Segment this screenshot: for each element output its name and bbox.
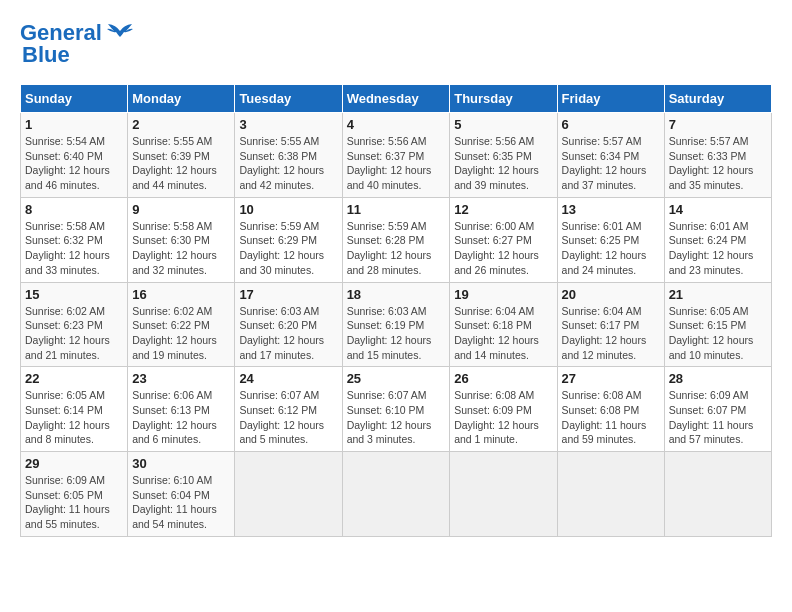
day-number: 3 — [239, 117, 337, 132]
day-info: Sunrise: 6:02 AM Sunset: 6:22 PM Dayligh… — [132, 304, 230, 363]
calendar-day-cell — [450, 452, 557, 537]
calendar-day-cell — [342, 452, 450, 537]
day-number: 15 — [25, 287, 123, 302]
calendar-day-cell: 21 Sunrise: 6:05 AM Sunset: 6:15 PM Dayl… — [664, 282, 771, 367]
calendar-day-cell — [235, 452, 342, 537]
day-number: 21 — [669, 287, 767, 302]
day-info: Sunrise: 5:55 AM Sunset: 6:39 PM Dayligh… — [132, 134, 230, 193]
day-info: Sunrise: 5:56 AM Sunset: 6:35 PM Dayligh… — [454, 134, 552, 193]
calendar-day-cell: 26 Sunrise: 6:08 AM Sunset: 6:09 PM Dayl… — [450, 367, 557, 452]
calendar-day-cell: 7 Sunrise: 5:57 AM Sunset: 6:33 PM Dayli… — [664, 113, 771, 198]
calendar-day-cell: 16 Sunrise: 6:02 AM Sunset: 6:22 PM Dayl… — [128, 282, 235, 367]
day-info: Sunrise: 6:03 AM Sunset: 6:20 PM Dayligh… — [239, 304, 337, 363]
day-info: Sunrise: 5:57 AM Sunset: 6:34 PM Dayligh… — [562, 134, 660, 193]
calendar-day-cell: 4 Sunrise: 5:56 AM Sunset: 6:37 PM Dayli… — [342, 113, 450, 198]
calendar-day-cell: 14 Sunrise: 6:01 AM Sunset: 6:24 PM Dayl… — [664, 197, 771, 282]
day-number: 9 — [132, 202, 230, 217]
day-info: Sunrise: 5:55 AM Sunset: 6:38 PM Dayligh… — [239, 134, 337, 193]
day-info: Sunrise: 6:05 AM Sunset: 6:15 PM Dayligh… — [669, 304, 767, 363]
day-info: Sunrise: 5:58 AM Sunset: 6:30 PM Dayligh… — [132, 219, 230, 278]
calendar-day-cell: 2 Sunrise: 5:55 AM Sunset: 6:39 PM Dayli… — [128, 113, 235, 198]
calendar-day-cell: 9 Sunrise: 5:58 AM Sunset: 6:30 PM Dayli… — [128, 197, 235, 282]
day-number: 11 — [347, 202, 446, 217]
day-info: Sunrise: 5:58 AM Sunset: 6:32 PM Dayligh… — [25, 219, 123, 278]
day-info: Sunrise: 5:59 AM Sunset: 6:29 PM Dayligh… — [239, 219, 337, 278]
calendar-day-cell: 1 Sunrise: 5:54 AM Sunset: 6:40 PM Dayli… — [21, 113, 128, 198]
calendar-week-row: 1 Sunrise: 5:54 AM Sunset: 6:40 PM Dayli… — [21, 113, 772, 198]
day-number: 2 — [132, 117, 230, 132]
day-info: Sunrise: 6:01 AM Sunset: 6:24 PM Dayligh… — [669, 219, 767, 278]
calendar-day-cell: 17 Sunrise: 6:03 AM Sunset: 6:20 PM Dayl… — [235, 282, 342, 367]
day-info: Sunrise: 6:04 AM Sunset: 6:17 PM Dayligh… — [562, 304, 660, 363]
logo-blue-text: Blue — [22, 42, 70, 68]
calendar-week-row: 15 Sunrise: 6:02 AM Sunset: 6:23 PM Dayl… — [21, 282, 772, 367]
calendar-day-cell: 22 Sunrise: 6:05 AM Sunset: 6:14 PM Dayl… — [21, 367, 128, 452]
day-info: Sunrise: 6:05 AM Sunset: 6:14 PM Dayligh… — [25, 388, 123, 447]
day-number: 27 — [562, 371, 660, 386]
day-number: 13 — [562, 202, 660, 217]
calendar-week-row: 8 Sunrise: 5:58 AM Sunset: 6:32 PM Dayli… — [21, 197, 772, 282]
day-info: Sunrise: 5:57 AM Sunset: 6:33 PM Dayligh… — [669, 134, 767, 193]
day-info: Sunrise: 6:03 AM Sunset: 6:19 PM Dayligh… — [347, 304, 446, 363]
calendar-day-cell — [664, 452, 771, 537]
day-number: 14 — [669, 202, 767, 217]
calendar-day-cell: 28 Sunrise: 6:09 AM Sunset: 6:07 PM Dayl… — [664, 367, 771, 452]
day-info: Sunrise: 6:08 AM Sunset: 6:09 PM Dayligh… — [454, 388, 552, 447]
day-number: 5 — [454, 117, 552, 132]
calendar-day-cell: 12 Sunrise: 6:00 AM Sunset: 6:27 PM Dayl… — [450, 197, 557, 282]
day-info: Sunrise: 6:06 AM Sunset: 6:13 PM Dayligh… — [132, 388, 230, 447]
day-info: Sunrise: 6:00 AM Sunset: 6:27 PM Dayligh… — [454, 219, 552, 278]
calendar-day-cell: 18 Sunrise: 6:03 AM Sunset: 6:19 PM Dayl… — [342, 282, 450, 367]
calendar-day-cell: 10 Sunrise: 5:59 AM Sunset: 6:29 PM Dayl… — [235, 197, 342, 282]
day-number: 25 — [347, 371, 446, 386]
day-number: 28 — [669, 371, 767, 386]
day-info: Sunrise: 6:10 AM Sunset: 6:04 PM Dayligh… — [132, 473, 230, 532]
calendar-day-cell — [557, 452, 664, 537]
calendar-day-cell: 20 Sunrise: 6:04 AM Sunset: 6:17 PM Dayl… — [557, 282, 664, 367]
calendar-day-cell: 13 Sunrise: 6:01 AM Sunset: 6:25 PM Dayl… — [557, 197, 664, 282]
day-number: 19 — [454, 287, 552, 302]
day-number: 18 — [347, 287, 446, 302]
day-number: 8 — [25, 202, 123, 217]
day-number: 7 — [669, 117, 767, 132]
calendar-day-cell: 29 Sunrise: 6:09 AM Sunset: 6:05 PM Dayl… — [21, 452, 128, 537]
calendar-week-row: 29 Sunrise: 6:09 AM Sunset: 6:05 PM Dayl… — [21, 452, 772, 537]
calendar-day-cell: 27 Sunrise: 6:08 AM Sunset: 6:08 PM Dayl… — [557, 367, 664, 452]
calendar-day-cell: 3 Sunrise: 5:55 AM Sunset: 6:38 PM Dayli… — [235, 113, 342, 198]
day-number: 4 — [347, 117, 446, 132]
calendar-day-cell: 30 Sunrise: 6:10 AM Sunset: 6:04 PM Dayl… — [128, 452, 235, 537]
calendar-day-cell: 15 Sunrise: 6:02 AM Sunset: 6:23 PM Dayl… — [21, 282, 128, 367]
calendar-weekday-friday: Friday — [557, 85, 664, 113]
day-number: 24 — [239, 371, 337, 386]
day-info: Sunrise: 6:09 AM Sunset: 6:05 PM Dayligh… — [25, 473, 123, 532]
day-info: Sunrise: 5:59 AM Sunset: 6:28 PM Dayligh… — [347, 219, 446, 278]
day-number: 17 — [239, 287, 337, 302]
day-number: 16 — [132, 287, 230, 302]
calendar-day-cell: 6 Sunrise: 5:57 AM Sunset: 6:34 PM Dayli… — [557, 113, 664, 198]
calendar-day-cell: 19 Sunrise: 6:04 AM Sunset: 6:18 PM Dayl… — [450, 282, 557, 367]
day-number: 6 — [562, 117, 660, 132]
calendar-weekday-monday: Monday — [128, 85, 235, 113]
calendar-weekday-wednesday: Wednesday — [342, 85, 450, 113]
calendar-day-cell: 11 Sunrise: 5:59 AM Sunset: 6:28 PM Dayl… — [342, 197, 450, 282]
day-info: Sunrise: 6:04 AM Sunset: 6:18 PM Dayligh… — [454, 304, 552, 363]
day-number: 30 — [132, 456, 230, 471]
logo-bird-icon — [106, 23, 134, 43]
day-number: 26 — [454, 371, 552, 386]
calendar-day-cell: 8 Sunrise: 5:58 AM Sunset: 6:32 PM Dayli… — [21, 197, 128, 282]
calendar-day-cell: 25 Sunrise: 6:07 AM Sunset: 6:10 PM Dayl… — [342, 367, 450, 452]
day-info: Sunrise: 6:07 AM Sunset: 6:10 PM Dayligh… — [347, 388, 446, 447]
day-info: Sunrise: 6:09 AM Sunset: 6:07 PM Dayligh… — [669, 388, 767, 447]
day-info: Sunrise: 5:56 AM Sunset: 6:37 PM Dayligh… — [347, 134, 446, 193]
day-info: Sunrise: 6:07 AM Sunset: 6:12 PM Dayligh… — [239, 388, 337, 447]
calendar-day-cell: 24 Sunrise: 6:07 AM Sunset: 6:12 PM Dayl… — [235, 367, 342, 452]
calendar-weekday-sunday: Sunday — [21, 85, 128, 113]
day-number: 23 — [132, 371, 230, 386]
day-number: 29 — [25, 456, 123, 471]
day-info: Sunrise: 6:01 AM Sunset: 6:25 PM Dayligh… — [562, 219, 660, 278]
day-info: Sunrise: 6:08 AM Sunset: 6:08 PM Dayligh… — [562, 388, 660, 447]
day-number: 12 — [454, 202, 552, 217]
day-info: Sunrise: 5:54 AM Sunset: 6:40 PM Dayligh… — [25, 134, 123, 193]
calendar-weekday-tuesday: Tuesday — [235, 85, 342, 113]
calendar-day-cell: 23 Sunrise: 6:06 AM Sunset: 6:13 PM Dayl… — [128, 367, 235, 452]
